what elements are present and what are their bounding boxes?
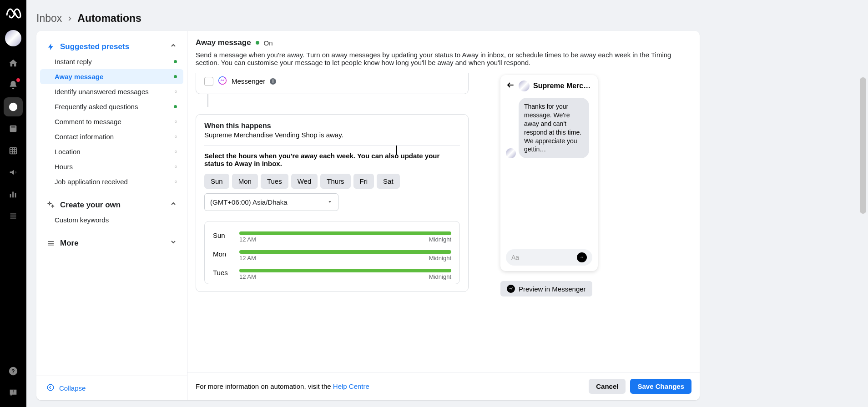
account-avatar[interactable] [5, 30, 21, 46]
nav-help-icon[interactable]: ? [4, 362, 23, 381]
cancel-button[interactable]: Cancel [589, 379, 626, 394]
meta-logo-icon[interactable] [5, 5, 21, 23]
sidebar-item-label: Away message [55, 73, 103, 80]
breadcrumb-automations[interactable]: Automations [77, 12, 141, 25]
nav-home-icon[interactable] [4, 54, 23, 73]
sidebar-item-comment-to-message[interactable]: Comment to message [36, 114, 187, 129]
svg-rect-2 [11, 126, 15, 127]
sidebar-item-label: Identify unanswered messages [55, 88, 149, 95]
sidebar-section-more[interactable]: More [36, 232, 187, 251]
help-centre-link[interactable]: Help Centre [333, 382, 369, 390]
info-icon[interactable]: i [270, 78, 276, 85]
messenger-gradient-icon [218, 76, 227, 86]
preview-page-name: Supreme Merc… [533, 82, 590, 90]
nav-menu-icon[interactable] [4, 206, 23, 226]
preview-button-label: Preview in Messenger [519, 285, 586, 293]
step-connector [207, 94, 208, 107]
save-changes-button[interactable]: Save Changes [630, 379, 691, 394]
svg-text:!: ! [12, 389, 14, 394]
collapse-sidebar-button[interactable]: Collapse [36, 376, 187, 400]
schedule-day-label: Mon [213, 250, 239, 258]
nav-notifications-icon[interactable] [4, 75, 23, 95]
lightning-icon [46, 43, 56, 51]
automations-sidebar: Suggested presets Instant reply Away mes… [36, 31, 187, 400]
chevron-up-icon [170, 42, 177, 51]
list-icon [46, 239, 56, 247]
global-nav-rail: ? ! [0, 0, 26, 407]
schedule-start: 12 AM [239, 236, 256, 243]
nav-insights-icon[interactable] [4, 185, 23, 204]
day-chip-fri[interactable]: Fri [353, 174, 374, 189]
when-step-box: When this happens Supreme Merchandise Ve… [196, 114, 469, 292]
preview-in-messenger-button[interactable]: Preview in Messenger [500, 281, 592, 296]
schedule-end: Midnight [429, 236, 451, 243]
chevron-down-icon [170, 238, 177, 248]
status-dot-icon [175, 90, 177, 93]
schedule-day-label: Sun [213, 231, 239, 239]
breadcrumb: Inbox Automations [36, 9, 141, 27]
sidebar-item-custom-keywords[interactable]: Custom keywords [36, 212, 187, 227]
sidebar-item-unanswered[interactable]: Identify unanswered messages [36, 84, 187, 99]
preview-input-placeholder: Aa [511, 254, 519, 261]
sidebar-item-hours[interactable]: Hours [36, 159, 187, 174]
day-chip-wed[interactable]: Wed [291, 174, 318, 189]
nav-inbox-icon[interactable] [4, 97, 23, 116]
sidebar-item-away-message[interactable]: Away message [40, 69, 183, 84]
breadcrumb-inbox[interactable]: Inbox [36, 12, 62, 25]
sidebar-item-contact-info[interactable]: Contact information [36, 129, 187, 144]
sidebar-item-location[interactable]: Location [36, 144, 187, 159]
day-chip-sat[interactable]: Sat [377, 174, 400, 189]
text-cursor-icon [396, 146, 397, 155]
content-footer: For more information on automation, visi… [187, 372, 700, 400]
status-text: On [264, 39, 273, 47]
sidebar-section-create[interactable]: Create your own [36, 194, 187, 212]
footer-text-part: For more information on automation, visi… [196, 382, 333, 390]
sidebar-section-label: Suggested presets [60, 42, 165, 51]
messenger-checkbox[interactable] [204, 77, 213, 86]
sidebar-item-job-application[interactable]: Job application received [36, 174, 187, 189]
schedule-start: 12 AM [239, 255, 256, 261]
sidebar-item-instant-reply[interactable]: Instant reply [36, 54, 187, 69]
sidebar-item-faq[interactable]: Frequently asked questions [36, 99, 187, 114]
sidebar-item-label: Frequently asked questions [55, 103, 138, 111]
nav-posts-icon[interactable] [4, 119, 23, 138]
svg-rect-3 [10, 148, 17, 154]
schedule-day-label: Tues [213, 269, 239, 276]
status-dot-icon [175, 181, 177, 183]
messenger-icon [507, 285, 515, 293]
status-dot-icon [174, 60, 177, 63]
svg-rect-9 [12, 192, 14, 198]
when-subtitle: Supreme Merchandise Vending Shop is away… [204, 131, 460, 139]
day-chip-sun[interactable]: Sun [204, 174, 229, 189]
sidebar-item-label: Contact information [55, 133, 114, 141]
timezone-value: (GMT+06:00) Asia/Dhaka [210, 198, 288, 206]
sidebar-item-label: Custom keywords [55, 216, 109, 224]
footer-text: For more information on automation, visi… [196, 382, 369, 390]
nav-calendar-icon[interactable] [4, 141, 23, 160]
timezone-select[interactable]: (GMT+06:00) Asia/Dhaka [204, 193, 338, 211]
sidebar-section-suggested[interactable]: Suggested presets [36, 35, 187, 54]
day-chip-tues[interactable]: Tues [261, 174, 288, 189]
nav-ads-icon[interactable] [4, 163, 23, 182]
day-chip-mon[interactable]: Mon [232, 174, 258, 189]
collapse-label: Collapse [59, 384, 86, 392]
schedule-row-mon: Mon 12 AM Midnight [213, 246, 451, 265]
caret-down-icon [327, 198, 333, 206]
chevron-up-icon [170, 200, 177, 210]
schedule-bar[interactable] [239, 269, 451, 272]
schedule-end: Midnight [429, 255, 451, 261]
preview-avatar-small [506, 148, 516, 158]
schedule-box: Sun 12 AM Midnight Mon [204, 221, 460, 284]
schedule-bar[interactable] [239, 250, 451, 254]
nav-feedback-icon[interactable]: ! [4, 383, 23, 402]
page-scrollbar[interactable] [860, 77, 866, 214]
content-body: Messenger i When this happens Supreme Me… [187, 73, 700, 372]
status-dot-icon [174, 75, 177, 78]
preview-phone: Supreme Merc… Thanks for your message. W… [500, 75, 598, 271]
day-chip-thurs[interactable]: Thurs [320, 174, 350, 189]
back-arrow-icon[interactable] [506, 80, 515, 91]
divider [204, 145, 460, 146]
svg-rect-1 [10, 126, 17, 132]
schedule-bar[interactable] [239, 231, 451, 235]
status-dot-icon [175, 136, 177, 138]
